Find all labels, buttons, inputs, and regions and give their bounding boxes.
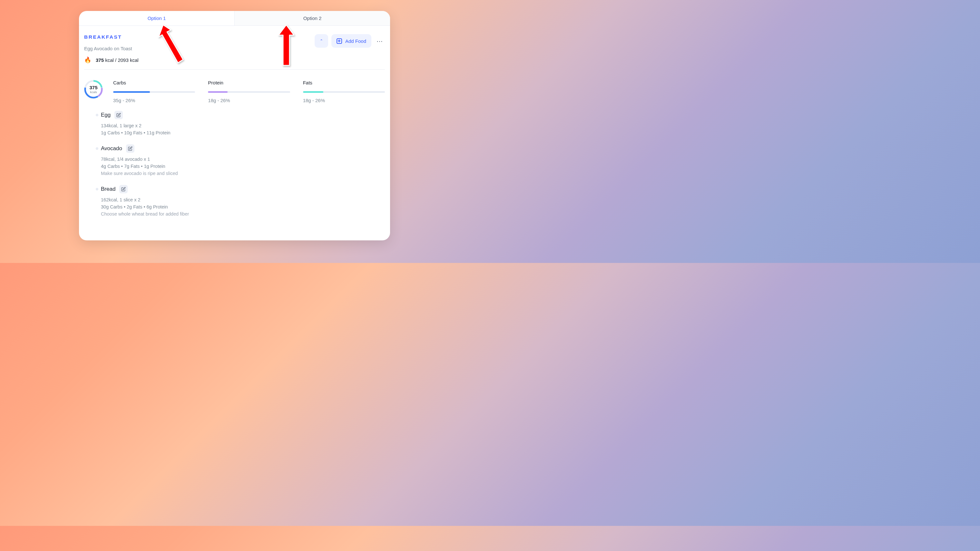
- macro-label: Fats: [303, 80, 385, 86]
- macros-row: 375 kcals Carbs35g - 26%Protein18g - 26%…: [84, 80, 385, 103]
- food-name: Bread: [101, 186, 115, 192]
- macro-protein: Protein18g - 26%: [208, 80, 290, 103]
- macro-bar: [113, 91, 195, 93]
- divider: [84, 69, 385, 70]
- more-button[interactable]: ···: [375, 34, 385, 48]
- header-buttons: ⌃ Add Food ···: [315, 34, 385, 48]
- add-food-label: Add Food: [345, 38, 366, 44]
- edit-icon: [128, 146, 132, 151]
- food-macros: 1g Carbs • 10g Fats • 11g Protein: [101, 130, 385, 135]
- edit-button[interactable]: [119, 185, 128, 193]
- macro-detail: 18g - 26%: [303, 98, 385, 103]
- macro-label: Carbs: [113, 80, 195, 86]
- chevron-up-icon: ⌃: [320, 39, 323, 43]
- macro-detail: 35g - 26%: [113, 98, 195, 103]
- macro-label: Protein: [208, 80, 290, 86]
- collapse-button[interactable]: ⌃: [315, 34, 328, 48]
- annotation-arrow-1: [158, 24, 190, 69]
- food-note: Make sure avocado is ripe and sliced: [101, 171, 385, 176]
- macro-fats: Fats18g - 26%: [303, 80, 385, 103]
- svg-marker-5: [278, 25, 294, 65]
- calorie-ring: 375 kcals: [84, 80, 103, 98]
- food-detail: 78kcal, 1/4 avocado x 1: [101, 157, 385, 162]
- meal-card: Option 1 Option 2 BREAKFAST Egg Avocado …: [79, 11, 390, 240]
- food-detail: 162kcal, 1 slice x 2: [101, 197, 385, 202]
- food-item: Bread162kcal, 1 slice x 230g Carbs • 2g …: [84, 185, 385, 216]
- ring-value: 375: [89, 85, 97, 90]
- food-name: Egg: [101, 112, 111, 118]
- fire-icon: 🔥: [84, 56, 91, 64]
- meal-title: BREAKFAST: [84, 34, 138, 40]
- edit-button[interactable]: [126, 144, 134, 153]
- svg-marker-4: [159, 25, 183, 63]
- food-macros: 30g Carbs • 2g Fats • 6g Protein: [101, 204, 385, 210]
- food-list: Egg134kcal, 1 large x 21g Carbs • 10g Fa…: [84, 111, 385, 216]
- macro-detail: 18g - 26%: [208, 98, 290, 103]
- tab-option-1[interactable]: Option 1: [79, 11, 234, 25]
- edit-icon: [116, 113, 121, 117]
- food-item: Egg134kcal, 1 large x 21g Carbs • 10g Fa…: [84, 111, 385, 135]
- meal-subtitle: Egg Avocado on Toast: [84, 46, 138, 51]
- food-item: Avocado78kcal, 1/4 avocado x 14g Carbs •…: [84, 144, 385, 176]
- food-note: Choose whole wheat bread for added fiber: [101, 211, 385, 216]
- food-macros: 4g Carbs • 7g Fats • 1g Protein: [101, 164, 385, 169]
- food-detail: 134kcal, 1 large x 2: [101, 123, 385, 128]
- macro-bar: [303, 91, 385, 93]
- meal-content: BREAKFAST Egg Avocado on Toast 🔥 375 kca…: [79, 26, 390, 233]
- food-name: Avocado: [101, 145, 122, 152]
- add-food-button[interactable]: Add Food: [331, 34, 371, 48]
- macro-carbs: Carbs35g - 26%: [113, 80, 195, 103]
- edit-icon: [121, 187, 126, 191]
- annotation-arrow-2: [277, 24, 297, 69]
- calorie-row: 🔥 375 kcal / 2093 kcal: [84, 56, 138, 64]
- macro-bar: [208, 91, 290, 93]
- option-tabs: Option 1 Option 2: [79, 11, 390, 26]
- plus-icon: [337, 38, 342, 44]
- calorie-text: 375 kcal / 2093 kcal: [96, 57, 138, 63]
- ring-unit: kcals: [89, 90, 97, 94]
- tab-option-2[interactable]: Option 2: [234, 11, 390, 25]
- edit-button[interactable]: [115, 111, 123, 119]
